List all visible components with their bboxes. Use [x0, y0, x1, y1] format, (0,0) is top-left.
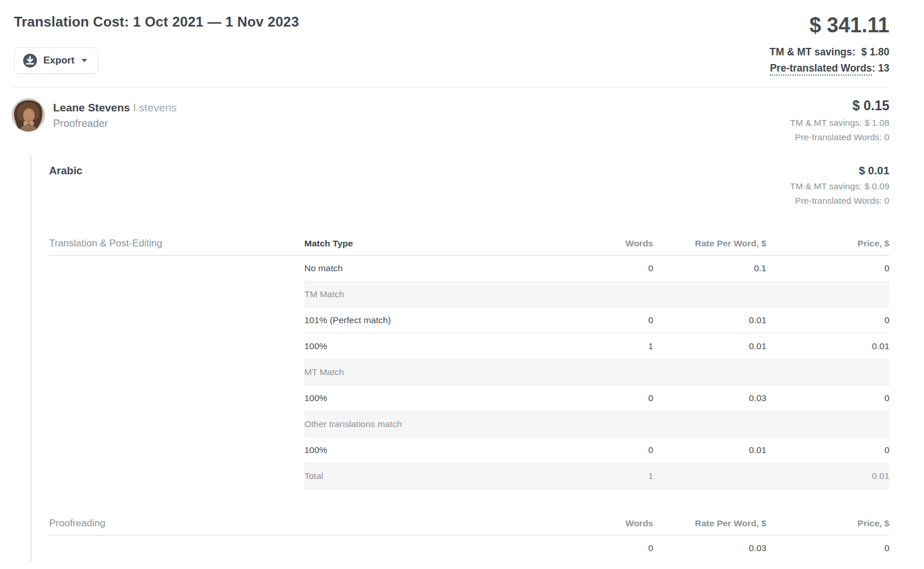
rate-cell	[653, 360, 766, 385]
price-cell: 0	[766, 256, 889, 282]
total-savings: TM & MT savings:$ 1.80	[770, 46, 889, 58]
column-header-rate: Rate Per Word, $	[653, 518, 766, 529]
words-cell: 0	[572, 385, 653, 411]
user-name: Leane Stevens	[53, 102, 130, 114]
words-cell: 0	[572, 437, 653, 463]
user-cost-row: Leane Stevensl.stevens Proofreader $ 0.1…	[0, 88, 924, 143]
match-type-cell: 100%	[304, 385, 572, 411]
language-section-arabic: Arabic $ 0.01 TM & MT savings: $ 0.09 Pr…	[30, 155, 889, 561]
words-cell: 0	[572, 256, 653, 282]
words-cell: 1	[572, 334, 653, 360]
price-cell: 0.01	[766, 463, 889, 489]
total-row: Total10.01	[49, 463, 889, 489]
group-row: MT Match	[49, 360, 889, 385]
match-type-cell: MT Match	[304, 360, 572, 385]
rate-cell	[653, 463, 766, 489]
savings-value: $ 1.80	[861, 46, 889, 58]
savings-label: TM & MT savings:	[770, 46, 856, 58]
column-header-price: Price, $	[766, 518, 889, 529]
pretranslated-words-label[interactable]: Pre-translated Words	[770, 62, 872, 76]
language-total-amount: $ 0.01	[790, 164, 889, 177]
avatar	[12, 98, 45, 132]
column-header-match-type: Match Type	[304, 238, 572, 249]
table-row: 100%00.010	[49, 437, 889, 463]
words-cell: 0	[572, 308, 653, 334]
match-type-cell: No match	[304, 256, 572, 282]
translation-cost-report: Translation Cost: 1 Oct 2021 — 1 Nov 202…	[0, 0, 924, 569]
user-pretranslated: Pre-translated Words: 0	[790, 132, 889, 143]
row-spacer	[49, 360, 304, 385]
language-savings: TM & MT savings: $ 0.09	[790, 181, 889, 192]
language-pretranslated: Pre-translated Words: 0	[790, 196, 889, 206]
grand-total-amount: $ 341.11	[770, 14, 889, 37]
table-row: 100%10.010.01	[49, 334, 889, 360]
match-type-cell: 100%	[304, 437, 572, 463]
row-spacer	[49, 411, 304, 437]
match-type-cell: Other translations match	[304, 411, 572, 437]
export-button[interactable]: Export	[14, 47, 98, 74]
price-cell: 0	[766, 536, 889, 561]
row-spacer	[49, 385, 304, 411]
group-row: TM Match	[49, 282, 889, 308]
user-total-amount: $ 0.15	[790, 98, 889, 114]
table-row: 100%00.030	[49, 385, 889, 411]
row-spacer	[49, 256, 304, 282]
user-savings: TM & MT savings: $ 1.08	[790, 118, 889, 128]
translation-post-editing-table: Translation & Post-Editing Match Type Wo…	[49, 233, 889, 489]
row-spacer	[49, 282, 304, 308]
table-header: Proofreading Words Rate Per Word, $ Pric…	[49, 512, 889, 536]
match-type-cell	[304, 536, 572, 561]
words-cell	[572, 282, 653, 308]
column-header-words: Words	[572, 238, 653, 249]
price-cell: 0	[766, 385, 889, 411]
table-row: 00.030	[49, 536, 889, 561]
download-icon	[23, 53, 38, 68]
rate-cell	[653, 411, 766, 437]
proofreading-table: Proofreading Words Rate Per Word, $ Pric…	[49, 512, 889, 561]
rate-cell	[653, 282, 766, 308]
language-name: Arabic	[49, 164, 83, 177]
export-label: Export	[43, 55, 74, 66]
table-header: Translation & Post-Editing Match Type Wo…	[49, 233, 889, 256]
row-spacer	[49, 437, 304, 463]
section-label: Translation & Post-Editing	[49, 238, 304, 249]
match-type-cell: Total	[304, 463, 572, 489]
match-type-cell: TM Match	[304, 282, 572, 308]
rate-cell: 0.03	[653, 385, 766, 411]
chevron-down-icon	[81, 59, 87, 62]
words-cell: 0	[572, 536, 653, 561]
row-spacer	[49, 463, 304, 489]
rate-cell: 0.01	[653, 308, 766, 334]
table-row: 101% (Perfect match)00.010	[49, 308, 889, 334]
user-login: l.stevens	[133, 102, 177, 114]
table-row: No match00.10	[49, 256, 889, 282]
rate-cell: 0.01	[653, 334, 766, 360]
price-cell: 0	[766, 308, 889, 334]
report-header: Translation Cost: 1 Oct 2021 — 1 Nov 202…	[0, 0, 924, 74]
rate-cell: 0.1	[653, 256, 766, 282]
page-title: Translation Cost: 1 Oct 2021 — 1 Nov 202…	[14, 14, 299, 30]
column-header-words: Words	[572, 518, 653, 529]
user-role: Proofreader	[53, 118, 177, 130]
row-spacer	[49, 536, 304, 561]
price-cell	[766, 360, 889, 385]
section-label: Proofreading	[49, 518, 304, 529]
pretranslated-words-value: : 13	[872, 62, 889, 74]
match-type-cell: 100%	[304, 334, 572, 360]
rate-cell: 0.01	[653, 437, 766, 463]
group-row: Other translations match	[49, 411, 889, 437]
row-spacer	[49, 334, 304, 360]
price-cell	[766, 282, 889, 308]
column-header-price: Price, $	[766, 238, 889, 249]
words-cell: 1	[572, 463, 653, 489]
price-cell	[766, 411, 889, 437]
rate-cell: 0.03	[653, 536, 766, 561]
row-spacer	[49, 308, 304, 334]
words-cell	[572, 411, 653, 437]
pretranslated-words: Pre-translated Words: 13	[770, 62, 889, 74]
words-cell	[572, 360, 653, 385]
price-cell: 0.01	[766, 334, 889, 360]
price-cell: 0	[766, 437, 889, 463]
match-type-cell: 101% (Perfect match)	[304, 308, 572, 334]
column-header-rate: Rate Per Word, $	[653, 238, 766, 249]
